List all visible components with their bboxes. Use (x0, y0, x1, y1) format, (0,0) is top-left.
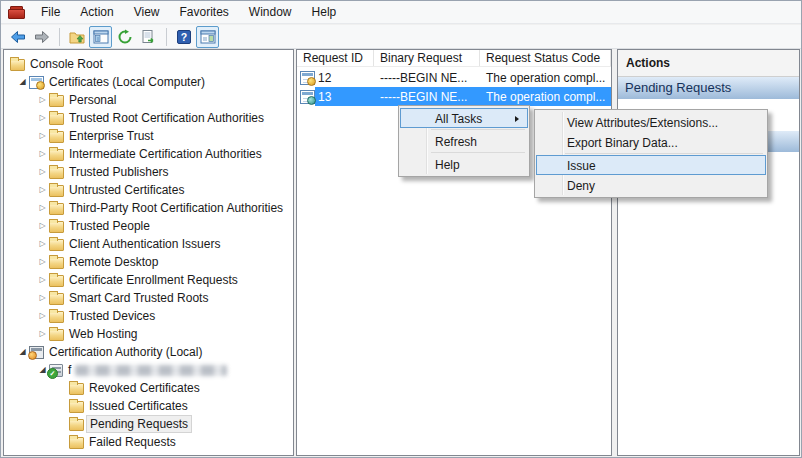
tree-item-web-hosting[interactable]: ▷Web Hosting (4, 325, 293, 343)
request-row-13[interactable]: 13 -----BEGIN NE... The operation compl.… (297, 87, 611, 106)
expand-collapse-icon[interactable]: ▷ (36, 253, 49, 271)
folder-icon (49, 239, 64, 251)
expand-collapse-icon[interactable]: ▷ (36, 163, 49, 181)
tree-item-trusted-devices[interactable]: ▷Trusted Devices (4, 307, 293, 325)
expand-collapse-icon[interactable]: ▷ (36, 271, 49, 289)
tree-item-console-root[interactable]: Console Root (4, 55, 293, 73)
pending-request-icon (300, 90, 315, 104)
expand-collapse-icon[interactable]: ▷ (36, 325, 49, 343)
context-menu-all-tasks[interactable]: All Tasks (400, 108, 528, 128)
submenu-deny[interactable]: Deny (536, 175, 766, 195)
certificates-snapin-icon (29, 76, 44, 89)
tree-item-trusted-people[interactable]: ▷Trusted People (4, 217, 293, 235)
submenu-issue[interactable]: Issue (536, 155, 766, 175)
folder-icon (49, 149, 64, 161)
folder-icon (49, 113, 64, 125)
tree-item-intermediate-certification-authorities[interactable]: ▷Intermediate Certification Authorities (4, 145, 293, 163)
menu-file[interactable]: File (31, 2, 70, 22)
expand-collapse-icon[interactable]: ▷ (36, 91, 49, 109)
menu-action[interactable]: Action (70, 2, 123, 22)
context-menu: All Tasks Refresh Help (398, 105, 530, 177)
tree-item-pending-requests[interactable]: Pending Requests (4, 415, 293, 433)
folder-icon (69, 383, 84, 395)
expand-collapse-icon[interactable]: ◢ (16, 343, 29, 361)
show-console-tree-button[interactable] (89, 26, 112, 48)
tree-item-certificates-local-computer[interactable]: ◢Certificates (Local Computer) (4, 73, 293, 91)
svg-text:?: ? (180, 31, 186, 43)
tree-item-issued-certificates[interactable]: Issued Certificates (4, 397, 293, 415)
expand-collapse-icon[interactable]: ▷ (36, 235, 49, 253)
tree-item-untrusted-certificates[interactable]: ▷Untrusted Certificates (4, 181, 293, 199)
menu-favorites[interactable]: Favorites (170, 2, 239, 22)
menu-view[interactable]: View (124, 2, 170, 22)
tree-item-trusted-root-certification-authorities[interactable]: ▷Trusted Root Certification Authorities (4, 109, 293, 127)
refresh-button[interactable] (113, 26, 136, 48)
tree-item-smart-card-trusted-roots[interactable]: ▷Smart Card Trusted Roots (4, 289, 293, 307)
tree-item-certificate-enrollment-requests[interactable]: ▷Certificate Enrollment Requests (4, 271, 293, 289)
back-button[interactable] (6, 26, 29, 48)
folder-icon (49, 275, 64, 287)
actions-section-pending-requests[interactable]: Pending Requests (618, 77, 799, 100)
export-list-button[interactable] (137, 26, 160, 48)
back-icon (10, 29, 26, 45)
folder-icon (49, 167, 64, 179)
expand-collapse-icon[interactable]: ▷ (36, 289, 49, 307)
up-one-level-button[interactable] (65, 26, 88, 48)
tree-item-personal[interactable]: ▷Personal (4, 91, 293, 109)
context-menu-help[interactable]: Help (400, 154, 528, 174)
context-menu-refresh[interactable]: Refresh (400, 131, 528, 151)
expand-collapse-icon[interactable]: ▷ (36, 181, 49, 199)
help-button[interactable]: ? (172, 26, 195, 48)
submenu-view-attributes-extensions[interactable]: View Attributes/Extensions... (536, 112, 766, 132)
column-header-binary-request[interactable]: Binary Request (374, 50, 480, 66)
folder-icon (49, 185, 64, 197)
pending-request-icon (300, 71, 315, 85)
folder-icon (49, 221, 64, 233)
tree-item-enterprise-trust[interactable]: ▷Enterprise Trust (4, 127, 293, 145)
expand-collapse-icon[interactable]: ▷ (36, 199, 49, 217)
expand-collapse-icon[interactable]: ▷ (36, 307, 49, 325)
expand-collapse-icon[interactable]: ◢ (16, 73, 29, 91)
submenu-export-binary-data[interactable]: Export Binary Data... (536, 132, 766, 152)
tree-item-trusted-publishers[interactable]: ▷Trusted Publishers (4, 163, 293, 181)
column-header-request-id[interactable]: Request ID (297, 50, 374, 66)
mmc-console-window: File Action View Favorites Window Help ? (0, 0, 802, 458)
folder-icon (49, 131, 64, 143)
tree-item-failed-requests[interactable]: Failed Requests (4, 433, 293, 451)
menu-help[interactable]: Help (302, 2, 347, 22)
show-action-pane-button[interactable] (196, 26, 219, 48)
request-row-12[interactable]: 12 -----BEGIN NE... The operation compl.… (297, 68, 611, 87)
folder-icon (49, 311, 64, 323)
expand-collapse-icon[interactable]: ▷ (36, 145, 49, 163)
forward-button[interactable] (30, 26, 53, 48)
show-action-pane-icon (200, 29, 216, 45)
menu-window[interactable]: Window (239, 2, 302, 22)
folder-icon (49, 203, 64, 215)
toolbar-separator (166, 28, 167, 46)
up-one-level-icon (69, 29, 85, 45)
all-tasks-submenu: View Attributes/Extensions... Export Bin… (534, 109, 768, 198)
ca-server-ok-icon (49, 364, 63, 377)
folder-icon (49, 329, 64, 341)
menu-separator (565, 153, 763, 154)
expand-collapse-icon[interactable]: ▷ (36, 217, 49, 235)
tree-item-certification-authority-local[interactable]: ◢Certification Authority (Local) (4, 343, 293, 361)
tree-item-ca-server[interactable]: ◢f (4, 361, 293, 379)
actions-pane-title: Actions (618, 50, 799, 77)
tree-selection-box: Pending Requests (86, 415, 192, 433)
tree-item-third-party-root-certification-authorities[interactable]: ▷Third-Party Root Certification Authorit… (4, 199, 293, 217)
menu-separator (431, 129, 525, 130)
mmc-console-icon (8, 5, 25, 20)
expand-collapse-icon[interactable]: ▷ (36, 109, 49, 127)
tree-item-remote-desktop[interactable]: ▷Remote Desktop (4, 253, 293, 271)
refresh-icon (117, 29, 133, 45)
menu-separator (431, 152, 525, 153)
ca-snapin-icon (29, 346, 44, 359)
tree-item-client-authentication-issuers[interactable]: ▷Client Authentication Issuers (4, 235, 293, 253)
expand-collapse-icon[interactable]: ▷ (36, 127, 49, 145)
column-header-request-status-code[interactable]: Request Status Code (480, 50, 611, 66)
tree-item-revoked-certificates[interactable]: Revoked Certificates (4, 379, 293, 397)
toolbar: ? (1, 25, 801, 49)
toolbar-separator (59, 28, 60, 46)
export-list-icon (141, 29, 157, 45)
